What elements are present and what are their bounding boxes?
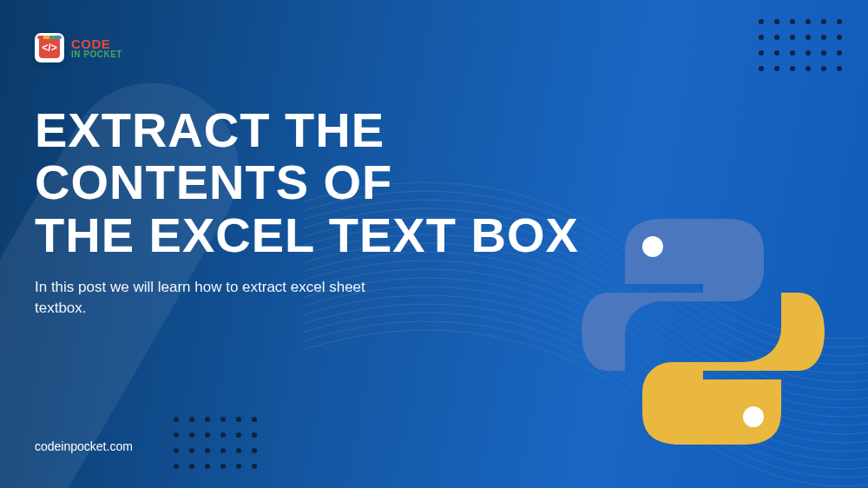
logo-text: CODE IN POCKET — [71, 37, 122, 59]
page-subtitle: In this post we will learn how to extrac… — [35, 277, 399, 319]
title-line-1: EXTRACT THE — [35, 104, 833, 156]
code-bracket-icon: </> — [39, 37, 60, 58]
logo-brand-bottom: IN POCKET — [71, 50, 122, 59]
python-logo-icon — [582, 210, 825, 453]
logo-icon: </> — [35, 33, 64, 63]
svg-point-13 — [743, 406, 764, 427]
decorative-dots-bottom-left — [174, 417, 257, 469]
footer-url: codeinpocket.com — [35, 439, 133, 453]
site-logo: </> CODE IN POCKET — [35, 33, 122, 63]
svg-point-12 — [642, 236, 663, 257]
title-line-2: CONTENTS OF — [35, 156, 833, 208]
logo-brand-top: CODE — [71, 37, 122, 50]
decorative-dots-top-right — [759, 19, 842, 71]
